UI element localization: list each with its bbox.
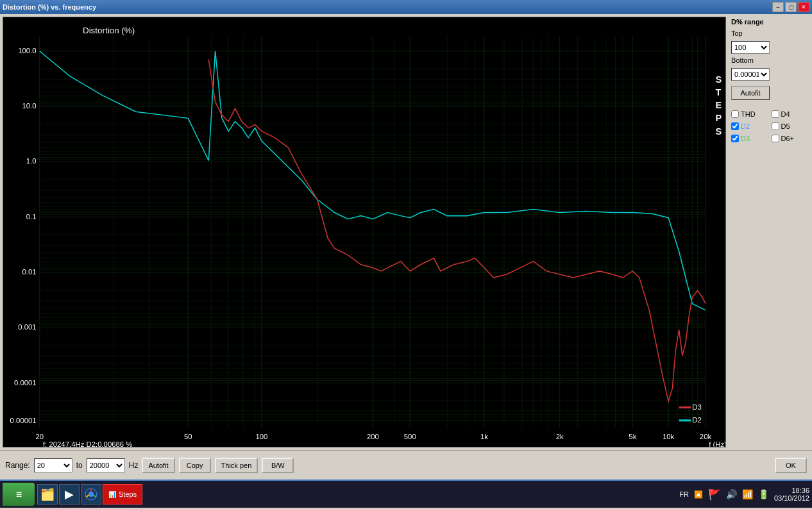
chart-container: 100.0 10.0 1.0 0.1 0.01 0.001 0.0001 0.0… xyxy=(3,17,726,447)
title-bar: Distortion (%) vs. frequency – ◻ ✕ xyxy=(0,0,812,14)
svg-text:1.0: 1.0 xyxy=(26,157,37,165)
taskbar-network: 📶 xyxy=(742,489,753,499)
bottom-controls: Range: 20 to 20000 Hz Autofit Copy Thick… xyxy=(0,450,812,480)
thick-pen-button[interactable]: Thick pen xyxy=(215,458,258,473)
svg-text:Distortion (%): Distortion (%) xyxy=(83,26,135,35)
autofit-bottom-button[interactable]: Autofit xyxy=(142,458,174,473)
taskbar: ☴ 🗂️ ▶ 📊 Steps FR 🔼 🚩 🔊 📶 🔋 18:36 03 xyxy=(0,480,812,508)
d4-checkbox-row[interactable]: D4 xyxy=(772,110,810,118)
svg-text:E: E xyxy=(716,100,722,110)
svg-text:20: 20 xyxy=(36,433,44,440)
svg-text:P: P xyxy=(716,113,722,124)
range-from-select[interactable]: 20 xyxy=(34,458,72,472)
top-select[interactable]: 100 xyxy=(731,41,770,54)
taskbar-steps-item[interactable]: 📊 Steps xyxy=(103,484,142,505)
thd-checkbox-row[interactable]: THD xyxy=(731,110,770,118)
taskbar-battery: 🔋 xyxy=(758,489,769,499)
taskbar-date: 03/10/2012 xyxy=(774,494,809,502)
svg-text:f: 20247.4Hz    D2:0.00686  %: f: 20247.4Hz D2:0.00686 % xyxy=(43,440,132,447)
d6plus-checkbox[interactable] xyxy=(772,135,779,142)
d3-checkbox-row[interactable]: D3 xyxy=(731,135,770,142)
svg-rect-0 xyxy=(3,17,725,447)
restore-button[interactable]: ◻ xyxy=(785,2,797,12)
checkboxes-grid: THD D4 D2 D5 D3 D6+ xyxy=(731,109,809,144)
time-display: 18:36 03/10/2012 xyxy=(774,487,809,502)
taskbar-right: FR 🔼 🚩 🔊 📶 🔋 18:36 03/10/2012 xyxy=(679,487,809,502)
svg-text:500: 500 xyxy=(404,433,416,440)
taskbar-locale: FR xyxy=(679,490,689,498)
range-label: Range: xyxy=(5,461,30,470)
start-button[interactable]: ☴ xyxy=(3,483,35,506)
svg-text:0.001: 0.001 xyxy=(18,323,36,331)
svg-text:200: 200 xyxy=(367,433,379,440)
hz-label: Hz xyxy=(129,461,139,470)
d5-checkbox-row[interactable]: D5 xyxy=(772,122,810,130)
svg-text:f (Hz): f (Hz) xyxy=(709,440,725,447)
close-button[interactable]: ✕ xyxy=(798,2,809,12)
svg-text:0.01: 0.01 xyxy=(22,268,37,276)
copy-button[interactable]: Copy xyxy=(179,458,211,473)
d6plus-checkbox-row[interactable]: D6+ xyxy=(772,135,810,142)
svg-text:0.0001: 0.0001 xyxy=(14,379,37,387)
range-to-select[interactable]: 20000 xyxy=(87,458,125,472)
svg-text:S: S xyxy=(716,74,722,85)
taskbar-media-icon[interactable]: ▶ xyxy=(59,484,80,505)
to-label: to xyxy=(76,461,83,470)
svg-text:10k: 10k xyxy=(663,433,675,440)
svg-text:S: S xyxy=(716,126,722,137)
svg-rect-125 xyxy=(679,419,691,421)
svg-text:1k: 1k xyxy=(480,433,488,440)
title-bar-controls[interactable]: – ◻ ✕ xyxy=(772,2,809,12)
thd-label: THD xyxy=(741,110,756,118)
taskbar-steps-icon: 📊 xyxy=(108,491,116,498)
svg-text:T: T xyxy=(716,87,722,97)
svg-text:50: 50 xyxy=(184,433,192,440)
svg-text:D3: D3 xyxy=(692,403,702,411)
autofit-button[interactable]: Autofit xyxy=(731,86,770,100)
taskbar-items: 🗂️ ▶ 📊 Steps xyxy=(37,484,679,505)
d2-checkbox-row[interactable]: D2 xyxy=(731,122,770,130)
svg-text:100.0: 100.0 xyxy=(18,47,36,54)
bottom-label: Bottom xyxy=(731,56,809,64)
svg-rect-123 xyxy=(679,406,691,408)
taskbar-speaker: 🔊 xyxy=(726,489,737,499)
start-label: ☴ xyxy=(16,491,22,498)
d2-checkbox[interactable] xyxy=(731,122,739,130)
d3-checkbox[interactable] xyxy=(731,135,739,142)
d6plus-label: D6+ xyxy=(781,135,795,142)
svg-text:10.0: 10.0 xyxy=(22,102,37,110)
svg-text:20k: 20k xyxy=(700,433,712,440)
minimize-button[interactable]: – xyxy=(772,2,784,12)
taskbar-time: 18:36 xyxy=(774,487,809,494)
svg-text:0.00001: 0.00001 xyxy=(10,417,37,425)
taskbar-flag: 🔼 xyxy=(694,490,703,499)
bw-button[interactable]: B/W xyxy=(262,458,294,473)
d5-checkbox[interactable] xyxy=(772,122,779,130)
d5-label: D5 xyxy=(781,122,790,130)
svg-text:100: 100 xyxy=(255,433,267,440)
title-bar-left: Distortion (%) vs. frequency xyxy=(3,3,96,11)
main-area: 100.0 10.0 1.0 0.1 0.01 0.001 0.0001 0.0… xyxy=(0,14,812,450)
thd-checkbox[interactable] xyxy=(731,110,739,118)
taskbar-chrome-icon[interactable] xyxy=(81,484,101,505)
svg-line-130 xyxy=(93,495,96,497)
bottom-select[interactable]: 0.00001 xyxy=(731,68,770,81)
window-title: Distortion (%) vs. frequency xyxy=(3,3,96,11)
svg-text:5k: 5k xyxy=(629,433,636,440)
svg-line-131 xyxy=(87,495,90,497)
d4-label: D4 xyxy=(781,110,790,118)
ok-button[interactable]: OK xyxy=(775,458,807,473)
top-label: Top xyxy=(731,29,809,37)
d2-label: D2 xyxy=(741,122,750,130)
taskbar-flag-icon: 🚩 xyxy=(708,488,721,501)
taskbar-explorer-icon[interactable]: 🗂️ xyxy=(37,484,58,505)
taskbar-steps-label: Steps xyxy=(119,490,137,498)
chart-svg: 100.0 10.0 1.0 0.1 0.01 0.001 0.0001 0.0… xyxy=(3,17,725,447)
d3-label: D3 xyxy=(741,135,750,142)
svg-text:D2: D2 xyxy=(692,417,702,424)
svg-point-128 xyxy=(89,492,94,497)
right-panel: D% range Top 100 Bottom 0.00001 Autofit … xyxy=(729,14,812,450)
svg-text:2k: 2k xyxy=(556,433,564,440)
dp-range-title: D% range xyxy=(731,18,809,26)
d4-checkbox[interactable] xyxy=(772,110,779,118)
